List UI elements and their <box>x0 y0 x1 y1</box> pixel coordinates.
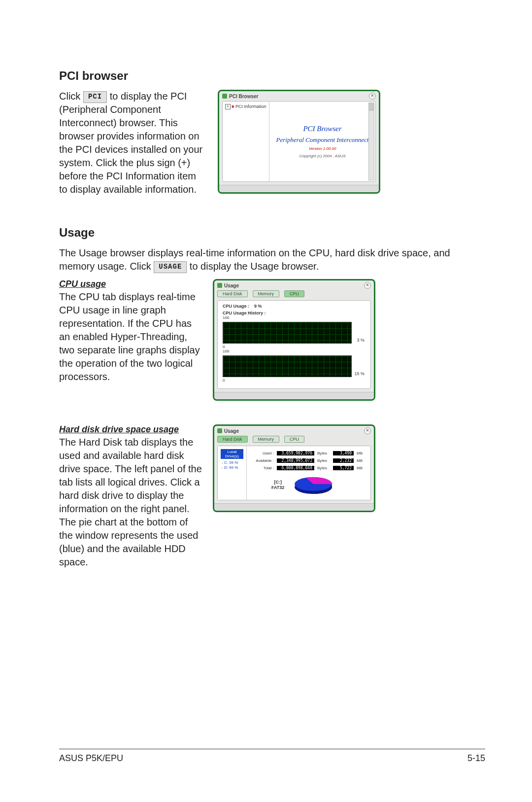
unit: Bytes <box>317 451 330 455</box>
hdd-usage-window: Usage × Hard Disk Memory CPU Local Drive… <box>213 424 375 512</box>
label: Total : <box>252 466 274 470</box>
pci-main-title: PCI Browser <box>303 125 341 133</box>
tab-memory[interactable]: Memory <box>253 436 280 443</box>
unit: MB <box>357 451 366 455</box>
tree-item[interactable]: PCI Information <box>235 104 266 109</box>
subhead-hdd-usage: Hard disk drive space usage <box>59 424 202 435</box>
txt: to display the Usage browser. <box>190 261 319 272</box>
cpu-paragraph: The CPU tab displays real-time CPU usage… <box>59 290 202 384</box>
unit: Bytes <box>317 466 330 470</box>
heading-usage: Usage <box>59 226 485 240</box>
drive-item[interactable]: - C: 39 % <box>221 460 243 465</box>
window-title: PCI Browser <box>229 94 258 99</box>
row-used: Used : 3,659,902,976 Bytes 3,490 MB <box>252 451 366 455</box>
unit: MB <box>357 466 366 470</box>
drive-list-header: Local Drive(s) <box>221 449 243 459</box>
row-total: Total : 6,000,898,048 Bytes 5,722 MB <box>252 466 366 470</box>
value-mb: 2,232 <box>333 458 354 463</box>
pie-chart-icon <box>291 473 335 497</box>
label: Available : <box>252 458 274 463</box>
heading-pci-browser: PCI browser <box>59 69 485 83</box>
usage-button-icon[interactable]: USAGE <box>154 261 187 273</box>
cpu-graph-2 <box>223 355 352 377</box>
value-bytes: 3,659,902,976 <box>277 451 314 455</box>
app-icon <box>217 428 222 433</box>
window-footer <box>214 503 374 511</box>
footer-left: ASUS P5K/EPU <box>59 753 123 764</box>
tab-hard-disk[interactable]: Hard Disk <box>217 436 248 443</box>
cpu-history-label: CPU Usage History : <box>223 311 366 315</box>
window-title: Usage <box>224 428 239 434</box>
pci-button-icon[interactable]: PCI <box>83 91 107 103</box>
value-bytes: 2,340,995,072 <box>277 458 314 463</box>
pci-version: Version 1.00.00 <box>309 146 336 151</box>
pie-chart-area: [C:] FAT32 <box>271 473 366 497</box>
tab-cpu[interactable]: CPU <box>284 290 304 297</box>
subhead-cpu-usage: CPU usage <box>59 279 202 289</box>
row-available: Available : 2,340,995,072 Bytes 2,232 MB <box>252 458 366 463</box>
close-icon[interactable]: × <box>364 427 371 434</box>
window-footer <box>219 185 379 192</box>
tab-hard-disk[interactable]: Hard Disk <box>217 290 248 297</box>
pie-fs-label: FAT32 <box>271 485 284 490</box>
usage-intro: The Usage browser displays real-time inf… <box>59 246 485 273</box>
cpu-usage-label: CPU Usage : <box>223 304 249 309</box>
value-mb: 3,490 <box>333 451 354 455</box>
axis-max: 100 <box>223 315 229 320</box>
pci-copyright: Copyright (c) 2004 , ASUS <box>299 154 346 158</box>
pci-tree-panel: +■ PCI Information <box>223 102 269 181</box>
scrollbar[interactable] <box>368 103 374 180</box>
pci-subtitle: Peripheral Component Interconnect <box>276 136 369 144</box>
close-icon[interactable]: × <box>364 282 371 289</box>
pci-paragraph: Click PCI to display the PCI (Peripheral… <box>59 90 207 196</box>
value-bytes: 6,000,898,048 <box>277 466 314 470</box>
close-icon[interactable]: × <box>369 93 376 100</box>
txt: Click <box>59 91 83 102</box>
drive-item[interactable]: - D: 99 % <box>221 465 243 470</box>
graph2-pct: 15 % <box>354 371 365 376</box>
label: Used : <box>252 451 274 455</box>
footer-page-number: 5-15 <box>467 753 485 764</box>
cpu-usage-window: Usage × Hard Disk Memory CPU CPU Usage :… <box>213 279 375 401</box>
pie-drive-label: [C:] <box>271 480 284 485</box>
tab-cpu[interactable]: CPU <box>284 436 304 443</box>
app-icon <box>222 94 227 99</box>
graph1-pct: 3 % <box>357 338 365 343</box>
cpu-usage-value: 9 % <box>254 304 262 309</box>
app-icon <box>217 283 222 288</box>
unit: Bytes <box>317 458 330 463</box>
unit: MB <box>357 458 366 463</box>
hdd-paragraph: The Hard Disk tab displays the used and … <box>59 436 202 569</box>
value-mb: 5,722 <box>333 466 354 470</box>
window-title: Usage <box>224 283 239 288</box>
expand-icon[interactable]: + <box>225 104 231 109</box>
pci-browser-window: PCI Browser × +■ PCI Information PCI Bro… <box>218 90 380 194</box>
txt: to display the PCI (Peripheral Component… <box>59 91 202 195</box>
cpu-graph-1 <box>223 322 352 344</box>
drive-list-panel: Local Drive(s) - C: 39 % - D: 99 % <box>218 446 247 500</box>
tab-memory[interactable]: Memory <box>253 290 280 297</box>
